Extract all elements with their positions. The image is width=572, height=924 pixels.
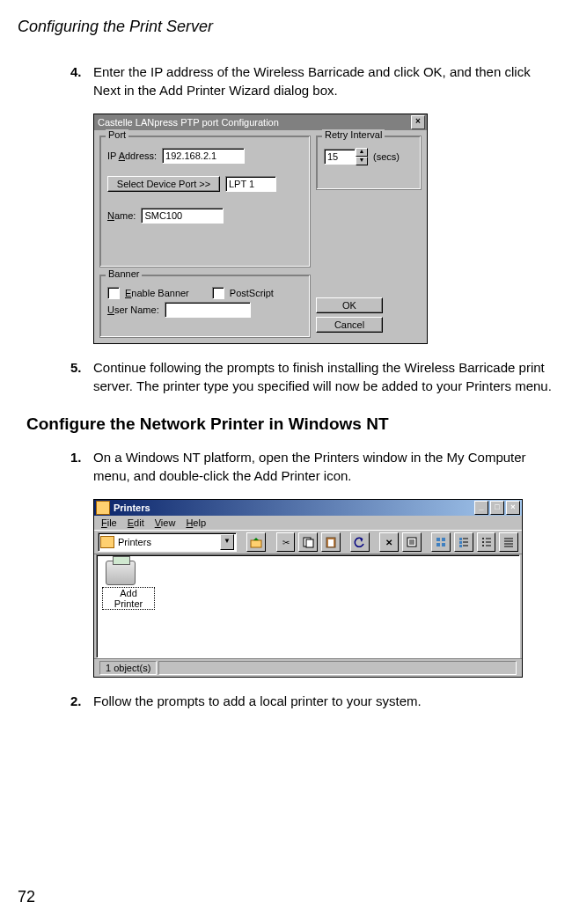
copy-icon: [302, 536, 314, 548]
paste-icon: [325, 536, 337, 548]
properties-icon: [406, 536, 418, 548]
minimize-icon[interactable]: _: [474, 501, 488, 515]
toolbar: Printers ▼ ✂ ✕: [94, 530, 522, 554]
banner-group: Banner Enable Banner PostScript User Nam…: [99, 275, 311, 338]
status-text: 1 object(s): [99, 661, 157, 675]
add-printer-label: Add Printer: [102, 587, 155, 610]
user-name-label: User Name:: [107, 304, 159, 315]
cut-button[interactable]: ✂: [276, 532, 296, 552]
printer-icon: [106, 561, 136, 585]
printers-folder-icon: [96, 501, 110, 515]
delete-button[interactable]: ✕: [379, 532, 399, 552]
step-number: 4.: [70, 62, 93, 99]
maximize-icon[interactable]: □: [490, 501, 504, 515]
large-icons-button[interactable]: [431, 532, 451, 552]
secs-label: (secs): [373, 151, 400, 162]
port-group: Port IP Address: 192.168.2.1 Select Devi…: [99, 136, 311, 268]
chevron-down-icon[interactable]: ▼: [220, 534, 234, 550]
step-4: 4. Enter the IP address of the Wireless …: [70, 62, 554, 99]
undo-icon: [354, 536, 366, 548]
postscript-checkbox[interactable]: [212, 287, 224, 299]
svg-rect-10: [442, 538, 445, 541]
scissors-icon: ✂: [282, 538, 290, 547]
up-one-level-button[interactable]: [246, 532, 266, 552]
client-area: Add Printer: [96, 554, 520, 658]
svg-point-20: [482, 541, 484, 543]
large-icons-icon: [435, 536, 447, 548]
postscript-label: PostScript: [230, 288, 274, 298]
statusbar: 1 object(s): [94, 658, 522, 677]
select-device-port-button[interactable]: Select Device Port >>: [107, 176, 220, 192]
list-button[interactable]: [477, 532, 496, 552]
retry-input[interactable]: 15: [324, 149, 356, 165]
delete-icon: ✕: [385, 538, 392, 547]
menu-edit[interactable]: Edit: [128, 517, 144, 528]
properties-button[interactable]: [402, 532, 422, 552]
step-2: 2. Follow the prompts to add a local pri…: [70, 692, 554, 710]
step-5: 5. Continue following the prompts to fin…: [70, 358, 554, 395]
retry-group: Retry Interval 15 ▲▼ (secs): [316, 136, 422, 190]
name-input[interactable]: SMC100: [141, 208, 224, 224]
step-text: Continue following the prompts to finish…: [93, 358, 554, 395]
cancel-button[interactable]: Cancel: [316, 317, 383, 333]
svg-rect-12: [442, 543, 445, 546]
menu-view[interactable]: View: [155, 517, 176, 528]
config-dialog: Castelle LANpress PTP port Configuration…: [93, 114, 428, 344]
close-icon[interactable]: ×: [411, 115, 425, 129]
menubar: File Edit View Help: [94, 516, 522, 530]
menu-file[interactable]: File: [101, 517, 117, 528]
ok-button[interactable]: OK: [316, 297, 383, 313]
ip-input[interactable]: 192.168.2.1: [162, 148, 245, 164]
folder-icon: [100, 536, 114, 548]
menu-help[interactable]: Help: [186, 517, 206, 528]
copy-button[interactable]: [298, 532, 318, 552]
svg-rect-0: [251, 540, 261, 547]
step-number: 2.: [70, 692, 93, 710]
printers-window: Printers _ □ × File Edit View Help Print…: [93, 499, 523, 678]
undo-button[interactable]: [350, 532, 370, 552]
details-icon: [502, 536, 515, 548]
list-icon: [480, 536, 493, 548]
svg-rect-13: [459, 538, 462, 540]
page-header: Configuring the Print Server: [18, 18, 554, 36]
svg-rect-15: [459, 545, 462, 547]
svg-rect-9: [436, 538, 440, 541]
enable-banner-checkbox[interactable]: [107, 287, 120, 299]
step-text: On a Windows NT platform, open the Print…: [93, 448, 554, 485]
svg-rect-4: [328, 539, 334, 546]
address-combo[interactable]: Printers ▼: [98, 532, 237, 552]
lpt-display: LPT 1: [225, 176, 276, 192]
svg-rect-11: [436, 543, 440, 546]
user-name-input[interactable]: [165, 302, 251, 318]
small-icons-button[interactable]: [454, 532, 473, 552]
paste-button[interactable]: [321, 532, 341, 552]
up-folder-icon: [250, 536, 262, 548]
svg-point-21: [482, 545, 484, 546]
add-printer-item[interactable]: Add Printer: [102, 561, 155, 610]
group-title-retry: Retry Interval: [322, 129, 385, 140]
section-heading: Configure the Network Printer in Windows…: [26, 414, 554, 434]
details-button[interactable]: [499, 532, 518, 552]
step-1: 1. On a Windows NT platform, open the Pr…: [70, 448, 554, 485]
window-title: Printers: [114, 502, 474, 513]
svg-rect-14: [459, 541, 462, 544]
window-titlebar: Printers _ □ ×: [94, 500, 522, 516]
enable-banner-label: Enable Banner: [125, 288, 189, 298]
titlebar: Castelle LANpress PTP port Configuration…: [94, 114, 427, 130]
address-text: Printers: [118, 537, 151, 547]
step-number: 1.: [70, 448, 93, 485]
svg-point-19: [482, 538, 484, 539]
name-label: Name:: [107, 210, 136, 221]
small-icons-icon: [458, 536, 470, 548]
page-number: 72: [18, 888, 35, 906]
group-title-banner: Banner: [106, 268, 142, 279]
step-text: Enter the IP address of the Wireless Bar…: [93, 62, 554, 99]
dialog-title: Castelle LANpress PTP port Configuration: [96, 117, 411, 128]
step-text: Follow the prompts to add a local printe…: [93, 692, 554, 710]
close-icon[interactable]: ×: [506, 501, 520, 515]
retry-spinner[interactable]: ▲▼: [356, 148, 368, 165]
ip-label: IP Address:: [107, 150, 157, 161]
svg-rect-2: [306, 539, 313, 547]
step-number: 5.: [70, 358, 93, 395]
group-title-port: Port: [106, 129, 128, 140]
